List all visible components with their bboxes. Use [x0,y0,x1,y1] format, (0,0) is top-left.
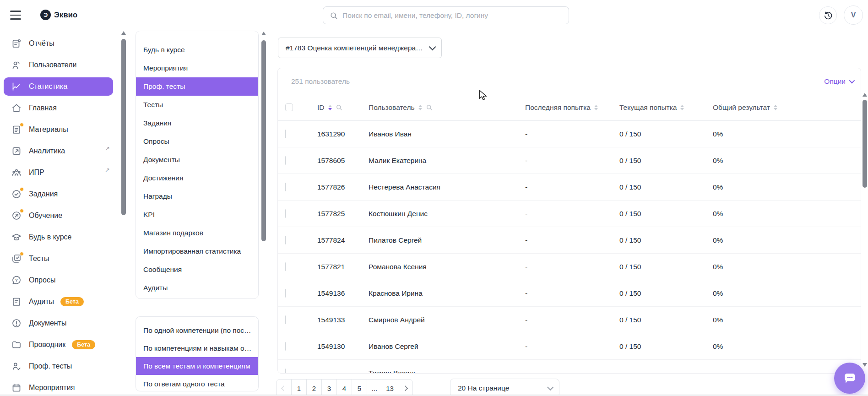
categories-import-statistika[interactable]: Импортированная статистика [136,242,258,260]
notification-dot [20,209,24,213]
category-label: Опросы [143,137,169,146]
select-all-checkbox[interactable] [285,103,293,111]
page-button-...[interactable]: ... [367,380,382,396]
categories-audity[interactable]: Аудиты [136,279,258,297]
external-link-icon [11,146,22,157]
row-checkbox[interactable] [285,342,286,351]
items-events[interactable]: Мероприятия [0,377,121,396]
notification-dot [20,123,24,127]
column-search-icon[interactable] [426,104,433,111]
row-checkbox[interactable] [285,183,286,191]
cell-total-result: 0% [713,130,861,138]
items-tasks[interactable]: Задания [0,183,121,205]
history-button[interactable] [819,6,837,24]
scroll-up-icon[interactable] [261,32,266,35]
items-prof-tests[interactable]: Проф. тесты [0,355,121,377]
page-button-4[interactable]: 4 [337,380,352,396]
items-reports[interactable]: Отчёты [0,33,121,54]
category-label: Импортированная статистика [143,247,241,255]
row-checkbox[interactable] [285,156,286,165]
items-learning[interactable]: Обучение [0,205,121,226]
learning-icon [11,210,22,221]
scrollbar-thumb[interactable] [261,40,266,241]
report_types-po-vsem-testam[interactable]: По всем тестам и компетенциям [136,357,258,375]
columns-current-attempt: Текущая попытка [619,103,713,112]
row-checkbox[interactable] [285,236,286,244]
categories-zadaniya[interactable]: Задания [136,114,258,132]
chevron-down-icon [849,78,855,84]
report_types-po-kompetenciyam[interactable]: По компетенциям и навыкам о… [136,339,258,357]
items-ipr[interactable]: ИПР ↗ [0,162,121,183]
column-search-icon[interactable] [336,104,342,111]
page-button-5[interactable]: 5 [352,380,367,396]
sort-icon[interactable] [774,105,777,110]
categories-bud-v-kurse[interactable]: Будь в курсе [136,41,258,59]
categories-kpi[interactable]: KPI [136,206,258,224]
sidebar-item-label: Проф. тесты [29,362,72,370]
categories-magazin-podarkov[interactable]: Магазин подарков [136,224,258,242]
results-card: 251 пользователь Опции ID Пользователь [277,68,861,374]
items-home[interactable]: Главная [0,97,121,119]
scrollbar-thumb[interactable] [121,39,126,215]
row-checkbox[interactable] [285,369,286,374]
items-audits[interactable]: Аудиты Бета [0,291,121,312]
items-tests[interactable]: Тесты [0,248,121,269]
options-button[interactable]: Опции [824,77,853,86]
sort-icon[interactable] [680,105,684,110]
sort-icon[interactable] [328,105,332,110]
cell-last-attempt: - [525,210,619,218]
items-analytics[interactable]: Аналитика ↗ [0,140,121,162]
chat-button[interactable] [834,363,865,394]
next-page-button[interactable] [397,380,412,396]
test-select-dropdown[interactable]: #1783 Оценка компетенций менеджера… [278,38,442,58]
sidebar-item-label: Тесты [29,255,49,263]
sidebar-item-label: Проводник [29,341,65,349]
items-users[interactable]: Пользователи [0,54,121,76]
cell-current-attempt: 0 / 150 [619,157,713,165]
row-checkbox[interactable] [285,315,286,324]
categories-dostizheniya[interactable]: Достижения [136,169,258,187]
categories-soobshcheniya[interactable]: Сообщения [136,260,258,279]
prev-page-button[interactable] [277,380,292,396]
category-label: Документы [143,156,180,164]
sidebar-item-label: ИПР [29,168,44,177]
report_types-po-otvetam[interactable]: По ответам одного теста [136,375,258,391]
categories-dokumenty[interactable]: Документы [136,151,258,169]
scroll-up-icon[interactable] [121,31,126,35]
categories-testy[interactable]: Тесты [136,96,258,114]
page-size-select[interactable]: 20 На странице [450,379,559,396]
scrollbar-thumb[interactable] [863,100,867,188]
sort-icon[interactable] [594,105,598,110]
items-statistics[interactable]: Статистика [4,77,113,96]
columns-id: ID [317,103,369,112]
page-button-13[interactable]: 13 [382,380,397,396]
items-explorer[interactable]: Проводник Бета [0,334,121,355]
search-input[interactable] [342,11,562,20]
page-button-1[interactable]: 1 [292,380,307,396]
page-button-3[interactable]: 3 [322,380,337,396]
page-button-2[interactable]: 2 [307,380,322,396]
row-checkbox[interactable] [285,209,286,218]
categories-nagrady[interactable]: Награды [136,187,258,206]
items-documents[interactable]: Документы [0,312,121,334]
row-checkbox[interactable] [285,130,286,138]
table-row: 1549136 Краснова Ирина - 0 / 150 0% [278,280,861,307]
categories-meropriyatiya[interactable]: Мероприятия [136,59,258,77]
row-checkbox[interactable] [285,262,286,271]
report-type-label: По всем тестам и компетенциям [143,362,250,370]
scroll-down-icon[interactable] [863,363,867,367]
categories-oprosy[interactable]: Опросы [136,132,258,151]
categories-prof-testy[interactable]: Проф. тесты [136,77,258,96]
table-row: 1578605 Малик Екатерина - 0 / 150 0% [278,147,861,174]
avatar[interactable]: V [844,5,863,25]
items-materials[interactable]: Материалы [0,119,121,140]
scroll-up-icon[interactable] [863,93,867,97]
sort-icon[interactable] [418,105,422,110]
report_types-po-odnoy-kompetencii[interactable]: По одной компетенции (по пос… [136,321,258,339]
items-bud-v-kurse[interactable]: Будь в курсе [0,226,121,248]
row-checkbox[interactable] [285,289,286,298]
items-polls[interactable]: ? Опросы [0,269,121,291]
folder-icon [11,339,22,350]
hamburger-menu-icon[interactable] [10,11,21,20]
cell-current-attempt: 0 / 150 [619,236,713,244]
